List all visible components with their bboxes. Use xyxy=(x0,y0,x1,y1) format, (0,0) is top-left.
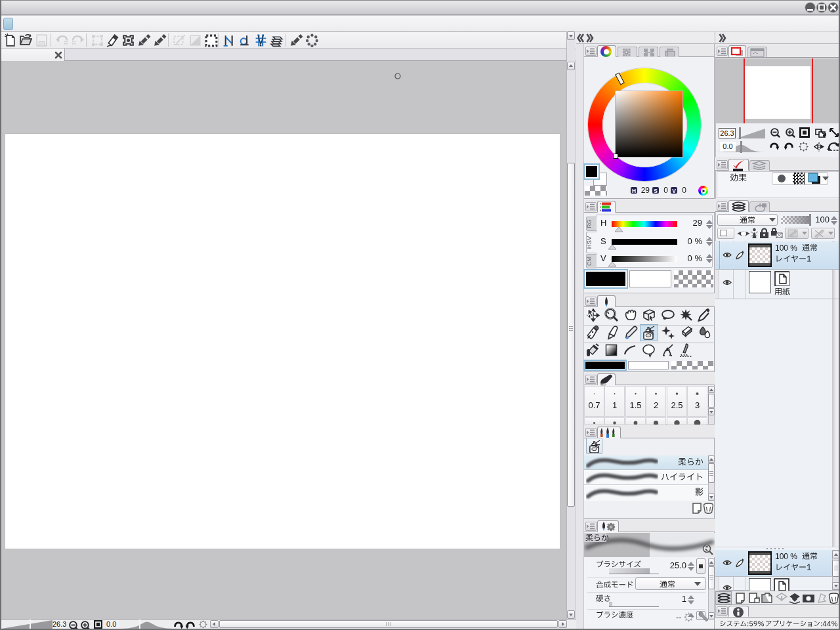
svg-text:RG: RG xyxy=(586,219,593,228)
svg-text:0.7: 0.7 xyxy=(588,400,600,410)
svg-text:3: 3 xyxy=(695,400,700,410)
svg-text:1.5: 1.5 xyxy=(629,400,641,410)
svg-text:H: H xyxy=(632,188,636,194)
svg-text:HSV: HSV xyxy=(586,236,593,249)
svg-text:2.5: 2.5 xyxy=(671,400,682,410)
svg-text:CM: CM xyxy=(586,257,593,266)
svg-text:2: 2 xyxy=(654,400,658,410)
svg-text:1: 1 xyxy=(612,400,617,410)
